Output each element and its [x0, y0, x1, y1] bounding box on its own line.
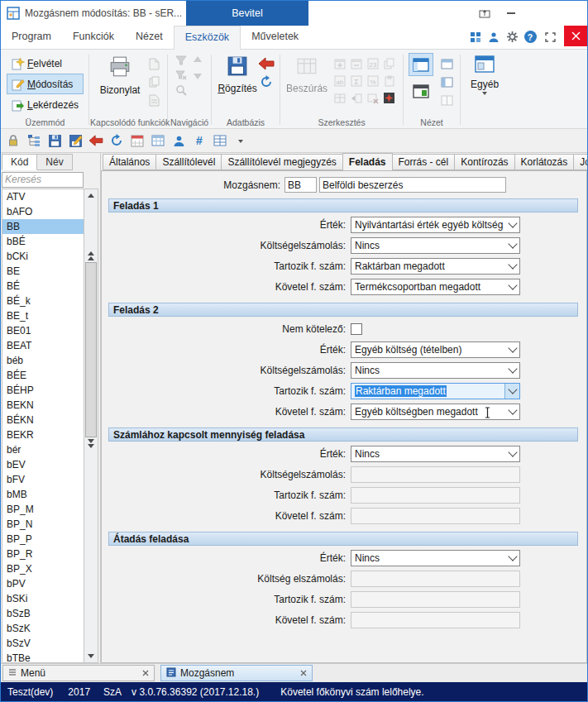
tab-program[interactable]: Program [1, 26, 62, 49]
list-item[interactable]: BÉHP [2, 383, 84, 398]
layout-top-icon[interactable] [438, 56, 455, 71]
list-item[interactable]: BP_R [2, 547, 84, 561]
user-icon[interactable] [169, 131, 189, 150]
list-item[interactable]: ATV [2, 189, 84, 204]
doc-tab-menu[interactable]: Menü [2, 665, 155, 681]
ribbon-pin-icon[interactable] [475, 4, 495, 22]
save-edit-icon[interactable] [65, 131, 85, 150]
tartozik-select-2-focused[interactable]: Raktárban megadott [351, 383, 520, 399]
undo-arrow-icon[interactable] [258, 56, 275, 71]
rogzites-button[interactable]: Rögzítés [217, 53, 258, 94]
tab-kod[interactable]: Kód [2, 154, 37, 170]
tab-korlatozas[interactable]: Korlátozás [514, 154, 575, 170]
list-item[interactable]: BE [2, 264, 84, 279]
back-arrow-icon[interactable] [86, 131, 106, 150]
minimize-button[interactable] [501, 4, 521, 22]
ertek-select-1[interactable]: Nyilvántartási érték egyéb költség nélkü… [351, 217, 520, 233]
list-item[interactable]: BP_P [2, 532, 84, 547]
lekerdezes-button[interactable]: Lekérdezés [7, 94, 84, 115]
gear-icon[interactable] [503, 26, 521, 48]
close-button[interactable] [564, 26, 587, 46]
nem-kotelezo-checkbox[interactable] [351, 323, 362, 335]
bizonylat-button[interactable]: Bizonylat [94, 53, 146, 107]
scroll-down-button[interactable] [84, 650, 98, 662]
scroll-up-button[interactable] [84, 189, 98, 202]
list-item[interactable]: bEV [2, 457, 84, 472]
search-input[interactable] [2, 172, 84, 188]
list-item[interactable]: BE_t [2, 308, 84, 323]
list-item[interactable]: bSzB [2, 606, 84, 621]
user-icon[interactable] [485, 26, 503, 48]
restore-button[interactable] [539, 26, 561, 48]
list-item[interactable]: bAFO [2, 204, 84, 219]
tab-muveletek[interactable]: Műveletek [241, 26, 309, 49]
list-item[interactable]: BEKR [2, 427, 84, 442]
scroll-track[interactable] [84, 202, 98, 650]
ertek-select-2[interactable]: Egyéb költség (tételben) [351, 341, 520, 358]
tartozik-select-1[interactable]: Raktárban megadott [351, 258, 520, 275]
list-item[interactable]: bTBe [2, 651, 84, 663]
koltsegelszamolas-select-1[interactable]: Nincs [351, 237, 520, 254]
tab-szallitolevel[interactable]: Szállítólevél [155, 154, 222, 170]
list-item[interactable]: BE01 [2, 323, 84, 338]
egyeb-button[interactable]: Egyéb [466, 53, 504, 95]
grid-view-button[interactable] [409, 79, 433, 103]
grid-icon[interactable] [210, 131, 230, 150]
mozgasnem-name-field[interactable]: Belföldi beszerzés [319, 177, 506, 193]
list-item[interactable]: bBÉ [2, 234, 84, 249]
scroll-thumb[interactable] [85, 262, 97, 437]
help-icon[interactable]: ? [521, 26, 539, 48]
scroll-jump-up-button[interactable] [84, 250, 98, 262]
list-item[interactable]: bFV [2, 472, 84, 487]
refresh-icon[interactable] [258, 74, 275, 89]
hierarchy-icon[interactable] [24, 131, 44, 150]
close-doc-tab-icon[interactable] [142, 670, 149, 676]
tab-kontirozas[interactable]: Kontírozás [454, 154, 514, 170]
tab-nezet[interactable]: Nézet [125, 26, 174, 49]
save-icon[interactable] [45, 131, 65, 150]
list-item[interactable]: BP_N [2, 517, 84, 532]
apps-grid-icon[interactable] [466, 26, 485, 48]
refresh-icon[interactable] [107, 131, 127, 150]
ertek-select-4[interactable]: Nincs [351, 550, 520, 566]
close-doc-tab-icon[interactable] [300, 670, 307, 676]
toolbar-overflow-button[interactable] [231, 131, 251, 150]
modositas-button[interactable]: Módosítás [7, 74, 84, 94]
tab-forras-cel[interactable]: Forrás - cél [392, 154, 456, 170]
ertek-select-3[interactable]: Nincs [351, 446, 520, 462]
tab-szallitolevel-megjegyzes[interactable]: Szállítólevél megjegyzés [221, 154, 342, 170]
tab-jovahagyas[interactable]: Jóv [573, 154, 587, 170]
kovetel-select-2[interactable]: Egyéb költségben megadott [351, 404, 520, 420]
list-item[interactable]: bSzV [2, 636, 84, 651]
tab-altalanos[interactable]: Általános [103, 154, 156, 170]
list-item[interactable]: BP_M [2, 502, 84, 517]
list-item[interactable]: BEKN [2, 398, 84, 413]
list-item-selected[interactable]: BB [2, 219, 84, 234]
hash-icon[interactable]: # [189, 131, 209, 150]
list-item[interactable]: bSKi [2, 591, 84, 606]
list-item[interactable]: bSzK [2, 621, 84, 636]
layout-left-icon[interactable] [438, 74, 455, 89]
tab-funkciok[interactable]: Funkciók [62, 26, 125, 49]
list-item[interactable]: BÉ_k [2, 294, 84, 308]
settings-asterisk-icon[interactable] [381, 90, 397, 106]
koltsegelszamolas-select-2[interactable]: Nincs [351, 362, 520, 379]
list-item[interactable]: BÉ [2, 279, 84, 294]
mode-tab-bevitel[interactable]: Bevitel [186, 1, 308, 26]
tab-feladas[interactable]: Feladás [342, 153, 393, 171]
list-item[interactable]: bMB [2, 487, 84, 502]
lock-icon[interactable] [3, 131, 23, 150]
list-item[interactable]: BEAT [2, 338, 84, 353]
doc-tab-mozgasnem[interactable]: Mozgásnem [160, 665, 313, 681]
felvetel-button[interactable]: Felvétel [7, 53, 84, 74]
panel-view-toggle[interactable] [409, 53, 433, 76]
list-item[interactable]: béb [2, 353, 84, 368]
list-item[interactable]: bPV [2, 576, 84, 591]
kovetel-select-1[interactable]: Termékcsoportban megadott [351, 279, 520, 295]
tab-eszkozok[interactable]: Eszközök [174, 26, 241, 49]
scroll-jump-down-button[interactable] [84, 437, 98, 450]
tab-nev[interactable]: Név [36, 154, 72, 170]
list-item[interactable]: BÉKN [2, 413, 84, 427]
list-item[interactable]: BP_X [2, 561, 84, 576]
list-item[interactable]: bCKi [2, 249, 84, 264]
